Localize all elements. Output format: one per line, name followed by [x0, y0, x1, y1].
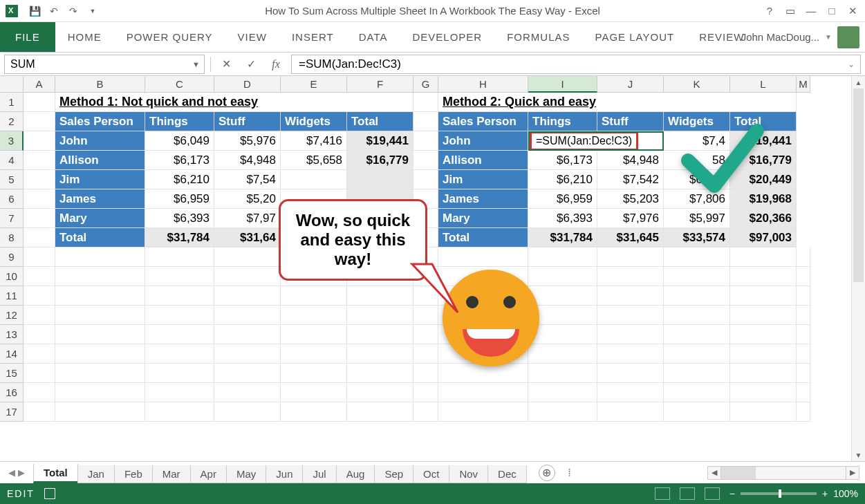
table2-name-2[interactable]: Jim	[438, 170, 528, 189]
cell[interactable]	[55, 325, 145, 344]
zoom-in-icon[interactable]: +	[822, 488, 828, 499]
table1-things-2[interactable]: $6,210	[145, 170, 214, 189]
cell[interactable]	[797, 286, 810, 306]
scroll-thumb[interactable]	[853, 88, 864, 282]
col-header-L[interactable]: L	[730, 76, 797, 93]
cell[interactable]	[730, 402, 797, 422]
table1-stuff-0[interactable]: $5,976	[214, 131, 281, 151]
minimize-icon[interactable]: —	[803, 3, 819, 19]
sheet-nav-next-icon[interactable]: ▶	[18, 467, 25, 478]
cell[interactable]	[597, 286, 664, 306]
cell[interactable]	[664, 248, 730, 267]
insert-function-icon[interactable]: fx	[266, 55, 286, 74]
cell[interactable]	[145, 306, 214, 325]
table1-things-1[interactable]: $6,173	[145, 151, 214, 170]
cell[interactable]	[597, 402, 664, 422]
cell[interactable]	[145, 383, 214, 402]
row-header-16[interactable]: 16	[0, 383, 24, 402]
cell[interactable]	[24, 364, 55, 383]
table1-total-0[interactable]: $19,441	[347, 131, 413, 151]
sheet-tab-may[interactable]: May	[226, 465, 266, 483]
cell[interactable]	[24, 402, 55, 422]
sheet-tab-total[interactable]: Total	[33, 464, 78, 483]
cell[interactable]	[664, 286, 730, 306]
col-header-B[interactable]: B	[55, 76, 145, 93]
cell[interactable]	[24, 228, 55, 248]
cell[interactable]	[597, 248, 664, 267]
table1-widgets-0[interactable]: $7,416	[281, 131, 347, 151]
table1-widgets-1[interactable]: $5,658	[281, 151, 347, 170]
cell[interactable]	[528, 364, 597, 383]
row-header-4[interactable]: 4	[0, 151, 24, 170]
cell[interactable]	[347, 344, 413, 364]
table2-stuff-3[interactable]: $5,203	[597, 189, 664, 209]
row-header-8[interactable]: 8	[0, 228, 24, 248]
cell[interactable]	[797, 306, 810, 325]
table1-stuff-4[interactable]: $7,97	[214, 209, 281, 228]
normal-view-icon[interactable]	[655, 487, 670, 500]
cell[interactable]	[664, 402, 730, 422]
tab-power-query[interactable]: POWER QUERY	[114, 22, 225, 52]
cell[interactable]	[281, 286, 347, 306]
cell[interactable]	[730, 267, 797, 286]
col-header-H[interactable]: H	[438, 76, 528, 93]
col-header-D[interactable]: D	[214, 76, 281, 93]
cell[interactable]	[797, 344, 810, 364]
table1-totals-things[interactable]: $31,784	[145, 228, 214, 248]
cell[interactable]	[55, 248, 145, 267]
cell[interactable]	[214, 344, 281, 364]
cell[interactable]	[55, 267, 145, 286]
row-header-3[interactable]: 3	[0, 131, 24, 151]
cancel-formula-icon[interactable]: ✕	[216, 55, 236, 74]
cell[interactable]	[24, 93, 55, 112]
maximize-icon[interactable]: □	[824, 3, 840, 19]
cell[interactable]	[664, 344, 730, 364]
select-all-corner[interactable]	[0, 76, 24, 93]
cell[interactable]	[664, 364, 730, 383]
undo-icon[interactable]: ↶	[47, 4, 61, 18]
cell[interactable]	[438, 364, 528, 383]
row-header-15[interactable]: 15	[0, 364, 24, 383]
cell[interactable]	[664, 325, 730, 344]
user-account[interactable]: John MacDoug... ▼	[741, 22, 859, 52]
formula-cell[interactable]: =SUM(Jan:Dec!C3)	[528, 131, 664, 151]
cell[interactable]	[413, 325, 438, 344]
file-tab[interactable]: FILE	[0, 22, 55, 52]
table1-header-0[interactable]: Sales Person	[55, 112, 145, 131]
table2-things-4[interactable]: $6,393	[528, 209, 597, 228]
cell[interactable]	[281, 325, 347, 344]
cell[interactable]	[413, 383, 438, 402]
cell[interactable]	[413, 131, 438, 151]
method2-title[interactable]: Method 2: Quick and easy	[438, 93, 797, 112]
cell[interactable]	[413, 151, 438, 170]
table2-stuff-4[interactable]: $7,976	[597, 209, 664, 228]
row-header-10[interactable]: 10	[0, 267, 24, 286]
cell[interactable]	[347, 402, 413, 422]
vertical-scrollbar[interactable]: ▲ ▼	[851, 76, 865, 461]
cell[interactable]	[347, 286, 413, 306]
cell[interactable]	[145, 364, 214, 383]
col-header-K[interactable]: K	[664, 76, 730, 93]
close-icon[interactable]: ✕	[844, 3, 861, 19]
tab-view[interactable]: VIEW	[225, 22, 279, 52]
cell[interactable]	[438, 402, 528, 422]
sheet-tab-jun[interactable]: Jun	[266, 465, 303, 483]
table1-things-4[interactable]: $6,393	[145, 209, 214, 228]
table1-header-4[interactable]: Total	[347, 112, 413, 131]
method1-title[interactable]: Method 1: Not quick and not easy	[55, 93, 413, 112]
cell[interactable]	[24, 286, 55, 306]
cell[interactable]	[55, 286, 145, 306]
cell[interactable]	[24, 248, 55, 267]
table1-stuff-3[interactable]: $5,20	[214, 189, 281, 209]
tab-developer[interactable]: DEVELOPER	[400, 22, 494, 52]
cell[interactable]	[145, 325, 214, 344]
table2-header-2[interactable]: Stuff	[597, 112, 664, 131]
tab-data[interactable]: DATA	[346, 22, 400, 52]
cell[interactable]	[347, 383, 413, 402]
tab-insert[interactable]: INSERT	[279, 22, 346, 52]
cell[interactable]	[281, 344, 347, 364]
sheet-tab-dec[interactable]: Dec	[487, 465, 527, 483]
name-box[interactable]: SUM ▼	[4, 55, 205, 74]
cell[interactable]	[664, 267, 730, 286]
qat-dropdown-icon[interactable]: ▼	[86, 4, 100, 18]
